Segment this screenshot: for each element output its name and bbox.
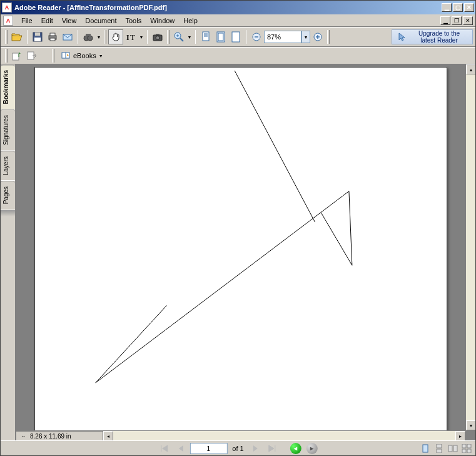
toolbar-grip[interactable] — [327, 30, 330, 44]
scroll-up-button[interactable]: ▴ — [466, 64, 475, 74]
search-dropdown[interactable]: ▼ — [96, 29, 102, 44]
page-content-graphic — [35, 68, 447, 430]
svg-rect-39 — [437, 444, 442, 448]
upgrade-button[interactable]: Upgrade to the latest Reader — [392, 29, 473, 44]
facing-button[interactable] — [447, 443, 459, 454]
next-page-button[interactable] — [249, 442, 263, 455]
zoom-in-plus-button[interactable] — [310, 29, 325, 44]
upgrade-label: Upgrade to the latest Reader — [411, 30, 467, 44]
separator — [246, 30, 246, 44]
minus-circle-icon — [251, 32, 261, 42]
svg-rect-42 — [453, 445, 457, 452]
review-send-button[interactable] — [24, 48, 39, 63]
separator — [147, 30, 148, 44]
maximize-button[interactable]: ▢ — [453, 3, 463, 12]
page-number-field[interactable]: 1 — [190, 443, 227, 454]
first-page-button[interactable] — [157, 442, 171, 455]
zoom-out-button[interactable] — [249, 29, 264, 44]
prev-page-icon — [177, 445, 183, 452]
tab-layers[interactable]: Layers — [1, 151, 15, 181]
continuous-button[interactable] — [433, 443, 445, 454]
menu-document[interactable]: Document — [81, 16, 121, 26]
folder-open-icon — [11, 32, 23, 42]
scroll-track-h[interactable] — [113, 431, 455, 440]
svg-rect-31 — [13, 53, 19, 60]
print-button[interactable] — [45, 29, 60, 44]
menu-window[interactable]: Window — [146, 16, 179, 26]
single-page-button[interactable] — [419, 443, 432, 454]
svg-line-37 — [95, 305, 166, 383]
fit-width-button[interactable] — [228, 29, 243, 44]
scroll-track-v[interactable] — [466, 74, 475, 420]
prev-view-button[interactable]: ◂ — [289, 442, 303, 455]
tab-signatures[interactable]: Signatures — [1, 109, 15, 151]
open-button[interactable] — [9, 29, 24, 44]
close-button[interactable]: ✕ — [464, 3, 474, 12]
ebook-icon — [61, 51, 71, 61]
menu-help[interactable]: Help — [179, 16, 202, 26]
continuous-facing-button[interactable] — [460, 443, 473, 454]
svg-rect-14 — [156, 34, 160, 35]
svg-rect-40 — [437, 449, 442, 453]
menu-view[interactable]: View — [58, 16, 81, 26]
scroll-right-button[interactable]: ▸ — [455, 431, 465, 440]
title-app: Adobe Reader — [14, 4, 61, 11]
tab-pages[interactable]: Pages — [1, 181, 15, 210]
vertical-scrollbar[interactable]: ▴ ▾ — [465, 64, 475, 430]
doc-minimize-button[interactable]: ▁ — [440, 16, 450, 25]
text-select-button[interactable]: IT — [123, 29, 138, 44]
zoom-in-button[interactable] — [171, 29, 186, 44]
horizontal-scrollbar[interactable]: ↔ 8.26 x 11.69 in ◂ ▸ — [16, 430, 465, 440]
doc-restore-button[interactable]: ❐ — [452, 16, 462, 25]
prev-page-button[interactable] — [173, 442, 187, 455]
doc-close-button[interactable]: ✕ — [463, 16, 473, 25]
hand-tool-button[interactable] — [108, 29, 123, 44]
scroll-down-button[interactable]: ▾ — [466, 420, 475, 430]
last-page-button[interactable] — [265, 442, 279, 455]
toolbar-grip[interactable] — [5, 30, 8, 44]
sidepanel-fill — [1, 210, 15, 440]
page-actual-icon — [201, 31, 211, 43]
document-canvas[interactable] — [16, 64, 465, 430]
app-window: A Adobe Reader - [AffineTransformationPD… — [0, 0, 476, 456]
fit-page-button[interactable] — [213, 29, 228, 44]
title-doc: [AffineTransformationPDF.pdf] — [67, 4, 167, 11]
zoom-value-dropdown[interactable]: ▼ — [301, 31, 310, 43]
first-page-icon — [160, 445, 168, 452]
svg-rect-43 — [462, 444, 466, 448]
single-page-icon — [422, 444, 429, 453]
magnifier-plus-icon — [174, 32, 184, 42]
menu-tools[interactable]: Tools — [121, 16, 146, 26]
svg-point-8 — [88, 36, 93, 41]
svg-point-13 — [156, 36, 160, 40]
zoom-field[interactable]: 87% — [264, 31, 301, 43]
zoom-dropdown[interactable]: ▼ — [186, 29, 193, 44]
page-nav-group: 1 of 1 ◂ ▸ — [157, 442, 318, 455]
select-dropdown[interactable]: ▼ — [138, 29, 144, 44]
toolbar-grip[interactable] — [5, 49, 8, 63]
menu-file[interactable]: File — [17, 16, 37, 26]
toolbar-grip[interactable] — [167, 30, 170, 44]
toolbar-grip[interactable] — [104, 30, 106, 44]
search-button[interactable] — [81, 29, 96, 44]
menu-edit[interactable]: Edit — [37, 16, 58, 26]
page-of-label: of 1 — [230, 445, 246, 452]
last-page-icon — [268, 445, 276, 452]
window-controls: ▁ ▢ ✕ — [442, 3, 474, 12]
minimize-button[interactable]: ▁ — [442, 3, 452, 12]
app-icon: A — [2, 3, 12, 13]
resize-grip-icon[interactable]: ↔ — [19, 432, 28, 440]
toolbar-grip[interactable] — [52, 49, 54, 63]
save-button[interactable] — [30, 29, 45, 44]
printer-icon — [48, 32, 58, 42]
email-button[interactable] — [60, 29, 75, 44]
ebooks-button[interactable]: eBooks ▼ — [56, 49, 108, 63]
snapshot-button[interactable] — [150, 29, 165, 44]
scroll-left-button[interactable]: ◂ — [103, 431, 113, 440]
titlebar: A Adobe Reader - [AffineTransformationPD… — [1, 1, 475, 14]
actual-size-button[interactable] — [198, 29, 213, 44]
review-comment-button[interactable] — [9, 48, 24, 63]
tab-bookmarks[interactable]: Bookmarks — [1, 64, 15, 109]
next-view-button[interactable]: ▸ — [305, 442, 319, 455]
envelope-icon — [63, 32, 73, 42]
